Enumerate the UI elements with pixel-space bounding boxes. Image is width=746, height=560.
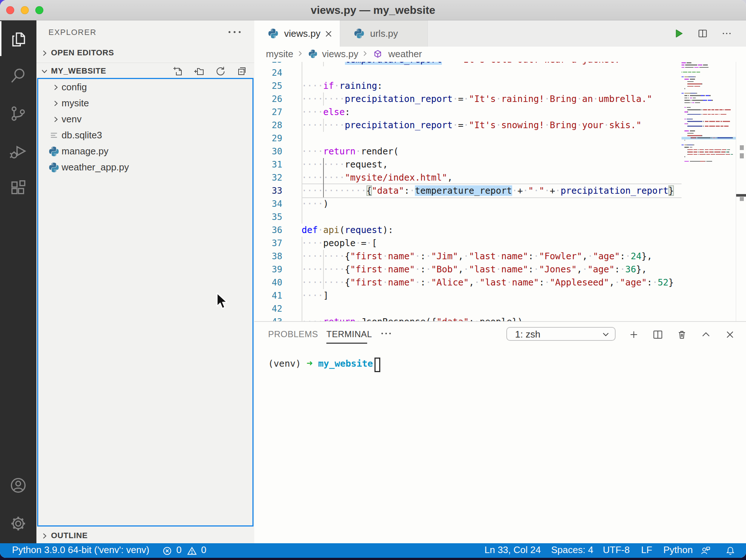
- minimap-line: [682, 100, 713, 101]
- warnings-count[interactable]: 0: [201, 544, 206, 556]
- panel-tab-problems[interactable]: PROBLEMS: [268, 329, 318, 339]
- breadcrumb-item[interactable]: mysite: [266, 48, 293, 60]
- tab-views-py[interactable]: views.py: [254, 20, 340, 47]
- minimap-line: [682, 93, 697, 94]
- minimap-line: [682, 135, 702, 137]
- ellipsis-icon: [380, 329, 393, 338]
- minimap-line: [682, 81, 694, 83]
- code-editor[interactable]: 2324252627282930313233343536373839404142…: [254, 62, 736, 321]
- tree-item-config[interactable]: config: [38, 79, 252, 95]
- chevron-right-icon: [51, 115, 60, 124]
- chevron-down-icon: [602, 331, 610, 339]
- panel-more-actions-button[interactable]: [380, 328, 394, 339]
- status-bar: Python 3.9.0 64-bit ('venv': venv) 0 0 L…: [0, 543, 746, 558]
- activity-item-settings[interactable]: [0, 505, 36, 542]
- breadcrumb-item[interactable]: views.py: [322, 48, 358, 60]
- errors-icon[interactable]: [162, 545, 173, 558]
- file-icon: [48, 130, 59, 141]
- split-editor-icon[interactable]: [697, 28, 708, 39]
- code-line-37: ····people·=·[: [302, 237, 682, 250]
- close-tab-icon[interactable]: [324, 29, 333, 38]
- python-file-icon: [354, 28, 365, 39]
- activity-item-source-control[interactable]: [0, 95, 36, 132]
- new-file-icon[interactable]: [172, 65, 184, 77]
- notifications-bell-icon[interactable]: [725, 545, 736, 558]
- line-number: 25: [254, 79, 282, 92]
- activity-item-run-debug[interactable]: [0, 133, 36, 169]
- workspace-label: MY_WEBSITE: [51, 66, 106, 76]
- tree-item-manage.py[interactable]: manage.py: [38, 143, 252, 159]
- line-number: 31: [254, 158, 282, 171]
- chevron-right-icon: [51, 83, 60, 92]
- source-control-icon: [9, 104, 28, 123]
- new-folder-icon[interactable]: [193, 65, 205, 77]
- activity-item-explorer[interactable]: [0, 21, 36, 58]
- line-number: 43: [254, 315, 282, 321]
- tree-item-label: venv: [62, 114, 82, 125]
- code-line-33: ············{"data":·temperature_report·…: [302, 184, 682, 197]
- cursor-position-status[interactable]: Ln 33, Col 24: [484, 544, 541, 556]
- line-number: 35: [254, 210, 282, 224]
- minimap-line: [682, 154, 733, 155]
- code-line-29: [302, 132, 682, 145]
- close-panel-icon[interactable]: [724, 329, 736, 340]
- python-interpreter-status[interactable]: Python 3.9.0 64-bit ('venv': venv): [12, 544, 149, 556]
- line-number: 24: [254, 66, 282, 79]
- run-and-debug-icon: [9, 142, 28, 161]
- activity-item-accounts[interactable]: [0, 467, 36, 504]
- panel-tab-terminal[interactable]: TERMINAL: [326, 329, 372, 339]
- tree-item-venv[interactable]: venv: [38, 111, 252, 127]
- line-number: 30: [254, 145, 282, 158]
- code-line-32: ········"mysite/index.html",: [302, 171, 682, 184]
- outline-label: OUTLINE: [51, 531, 88, 540]
- eol-status[interactable]: LF: [641, 544, 652, 556]
- workspace-section[interactable]: MY_WEBSITE: [36, 63, 254, 79]
- open-editors-section[interactable]: OPEN EDITORS: [36, 45, 254, 61]
- tree-item-mysite[interactable]: mysite: [38, 95, 252, 111]
- outline-section[interactable]: OUTLINE: [36, 528, 254, 544]
- minimap-line: [682, 109, 731, 111]
- line-number: 38: [254, 250, 282, 263]
- tree-item-label: weather_app.py: [62, 162, 129, 173]
- more-actions-icon[interactable]: [721, 28, 732, 39]
- files-icon: [9, 30, 28, 49]
- collapse-all-icon[interactable]: [235, 65, 247, 77]
- titlebar[interactable]: views.py — my_website: [0, 0, 746, 20]
- language-status[interactable]: Python: [663, 544, 693, 556]
- tree-item-db.sqlite3[interactable]: db.sqlite3: [38, 127, 252, 143]
- sidebar-title: EXPLORER: [48, 28, 97, 37]
- gear-icon: [9, 514, 28, 533]
- terminal-select[interactable]: 1: zsh: [506, 327, 616, 341]
- activity-item-extensions[interactable]: [0, 170, 36, 206]
- minimap[interactable]: [682, 62, 736, 321]
- tab-urls-py[interactable]: urls.py: [340, 20, 428, 47]
- code-line-30: ····return·render(: [302, 145, 682, 158]
- minimap-line: [682, 64, 708, 66]
- terminal-cwd: my_website: [318, 358, 373, 369]
- minimap-line: [682, 140, 685, 141]
- indentation-status[interactable]: Spaces: 4: [551, 544, 593, 556]
- maximize-panel-icon[interactable]: [700, 329, 712, 340]
- encoding-status[interactable]: UTF-8: [603, 544, 630, 556]
- tree-item-weather_app.py[interactable]: weather_app.py: [38, 159, 252, 176]
- tree-item-label: mysite: [62, 98, 89, 109]
- terminal-prompt[interactable]: (venv) ➜ my_website: [268, 355, 373, 371]
- code-line-40: ········{"first·name"·:·"Alice",·"last·n…: [302, 276, 682, 289]
- chevron-right-icon: [40, 49, 49, 58]
- explorer-more-actions-button[interactable]: [227, 27, 242, 37]
- overview-ruler[interactable]: [736, 62, 746, 321]
- new-terminal-icon[interactable]: [628, 329, 640, 340]
- code-line-41: ····]: [302, 289, 682, 302]
- warnings-icon[interactable]: [186, 545, 197, 558]
- feedback-icon[interactable]: [700, 545, 711, 558]
- errors-count[interactable]: 0: [176, 544, 181, 556]
- window-title: views.py — my_website: [0, 0, 746, 20]
- overview-cursor-mark: [736, 194, 746, 197]
- line-number: 34: [254, 197, 282, 210]
- kill-terminal-icon[interactable]: [676, 329, 688, 340]
- breadcrumb-item[interactable]: weather: [388, 48, 422, 60]
- run-python-file-icon[interactable]: [673, 28, 684, 39]
- refresh-icon[interactable]: [214, 65, 226, 77]
- split-terminal-icon[interactable]: [652, 329, 664, 340]
- activity-item-search[interactable]: [0, 58, 36, 94]
